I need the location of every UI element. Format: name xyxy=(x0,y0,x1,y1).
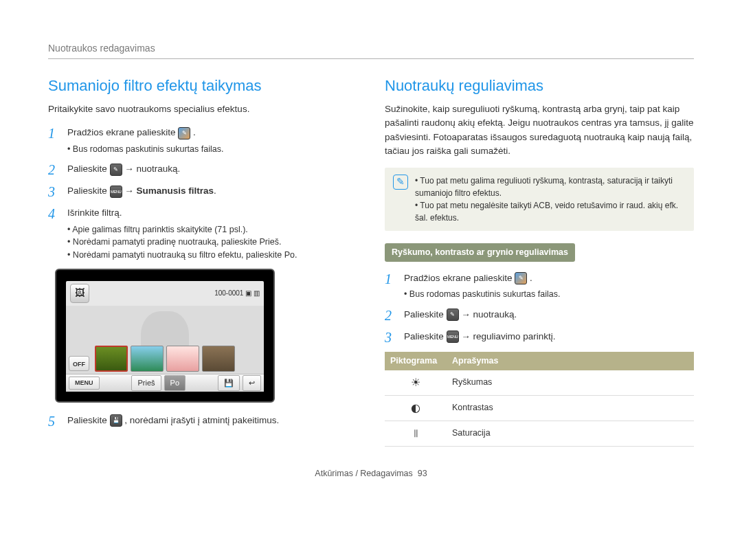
play-icon: ▣ ▥ xyxy=(245,289,260,297)
note-item: Tuo pat metu negalėsite taikyti ACB, vei… xyxy=(415,199,686,224)
filter-thumbnail[interactable] xyxy=(202,346,235,372)
footer-page-number: 93 xyxy=(418,469,427,478)
step-text: Pradžios ekrane palieskite xyxy=(67,127,178,137)
right-column: Nuotraukų reguliavimas Sužinokite, kaip … xyxy=(385,74,694,447)
menu-icon: MENU xyxy=(447,331,459,343)
step-number: 1 xyxy=(48,126,60,155)
step-number: 2 xyxy=(385,308,397,323)
step-bullet: Norėdami pamatyti nuotrauką su filtro ef… xyxy=(67,249,357,262)
after-button[interactable]: Po xyxy=(164,375,186,391)
footer-section: Atkūrimas / Redagavimas xyxy=(315,469,412,478)
table-row: ◐ Kontrastas xyxy=(385,395,694,421)
page-footer: Atkūrimas / Redagavimas 93 xyxy=(48,467,694,480)
step-text: Palieskite xyxy=(67,186,110,196)
left-column: Sumaniojo filtro efektų taikymas Pritaik… xyxy=(48,74,357,447)
image-counter: 100-0001 xyxy=(214,289,243,297)
edit-mode-icon: ✎ xyxy=(447,309,459,321)
before-button[interactable]: Prieš xyxy=(131,375,161,391)
note-item: Tuo pat metu galima reguliuoti ryškumą, … xyxy=(415,175,686,199)
step-text-post: , norėdami įrašyti į atmintį pakeitimus. xyxy=(124,415,279,425)
table-row: ☀ Ryškumas xyxy=(385,370,694,396)
edit-photo-icon: ✎ xyxy=(515,272,527,284)
step-bullet: Bus rodomas paskutinis sukurtas failas. xyxy=(67,143,357,156)
step-number: 1 xyxy=(385,271,397,301)
step-number: 2 xyxy=(48,162,60,177)
step-bullet: Norėdami pamatyti pradinę nuotrauką, pal… xyxy=(67,236,357,249)
step-text-post: → reguliavimo parinktį. xyxy=(461,331,555,341)
table-cell: Ryškumas xyxy=(447,370,694,396)
left-intro: Pritaikykite savo nuotraukoms specialius… xyxy=(48,102,357,116)
table-cell: Kontrastas xyxy=(447,395,694,421)
step-text: Pradžios ekrane palieskite xyxy=(404,273,515,283)
brightness-icon: ☀ xyxy=(385,370,447,396)
step-text: Palieskite xyxy=(404,309,447,320)
step-number: 5 xyxy=(48,414,60,429)
right-intro: Sužinokite, kaip sureguliuoti ryškumą, k… xyxy=(385,102,694,158)
icon-description-table: Piktograma Aprašymas ☀ Ryškumas ◐ Kontra… xyxy=(385,352,694,447)
step-text-post: . xyxy=(193,127,196,137)
edit-photo-icon: ✎ xyxy=(178,127,190,139)
menu-button[interactable]: MENU xyxy=(69,377,100,390)
step-number: 3 xyxy=(48,184,60,199)
step-text-post: → nuotrauką. xyxy=(124,164,180,174)
step-text: Palieskite xyxy=(67,164,110,174)
step-text-post: . xyxy=(530,273,532,283)
left-title: Sumaniojo filtro efektų taikymas xyxy=(48,74,357,97)
step-text-post: → nuotrauką. xyxy=(461,309,517,320)
filter-thumbnail[interactable] xyxy=(166,346,199,372)
right-title: Nuotraukų reguliavimas xyxy=(385,74,694,97)
save-button[interactable]: 💾 xyxy=(218,375,240,391)
step-text-bold: → Sumanusis filtras xyxy=(124,186,214,196)
note-box: ✎ Tuo pat metu galima reguliuoti ryškumą… xyxy=(385,168,694,231)
left-steps: 1 Pradžios ekrane palieskite ✎ . Bus rod… xyxy=(48,126,357,262)
table-header: Aprašymas xyxy=(447,352,694,370)
step-text: Palieskite xyxy=(404,331,447,341)
step-bullet: Bus rodomas paskutinis sukurtas failas. xyxy=(404,288,694,301)
filter-thumbnail[interactable] xyxy=(131,346,164,372)
table-header: Piktograma xyxy=(385,352,447,370)
saturation-icon: ⦀ xyxy=(385,421,447,446)
breadcrumb: Nuotraukos redagavimas xyxy=(48,41,694,59)
right-steps: 1 Pradžios ekrane palieskite ✎ . Bus rod… xyxy=(385,271,694,345)
step-text-post: . xyxy=(214,186,216,196)
step-text: Išrinkite filtrą. xyxy=(67,208,122,218)
menu-icon: MENU xyxy=(110,186,122,198)
contrast-icon: ◐ xyxy=(385,395,447,421)
device-screenshot: 🖼 100-0001 ▣ ▥ OFF xyxy=(55,269,275,403)
table-row: ⦀ Saturacija xyxy=(385,421,694,446)
off-button[interactable]: OFF xyxy=(69,356,89,371)
left-steps-cont: 5 Palieskite 💾 , norėdami įrašyti į atmi… xyxy=(48,414,357,429)
edit-mode-icon: ✎ xyxy=(110,164,122,176)
filter-mode-icon[interactable]: 🖼 xyxy=(70,284,89,303)
step-text: Palieskite xyxy=(67,415,110,425)
subsection-header: Ryškumo, kontrasto ar grynio reguliavima… xyxy=(385,243,575,262)
step-number: 4 xyxy=(48,206,60,262)
table-cell: Saturacija xyxy=(447,421,694,446)
note-icon: ✎ xyxy=(393,175,408,190)
step-bullet: Apie galimas filtrų parinktis skaitykite… xyxy=(67,223,357,236)
step-number: 3 xyxy=(385,330,397,345)
filter-thumbnail[interactable] xyxy=(95,346,128,372)
save-icon: 💾 xyxy=(110,414,122,427)
back-button[interactable]: ↩ xyxy=(243,375,261,391)
